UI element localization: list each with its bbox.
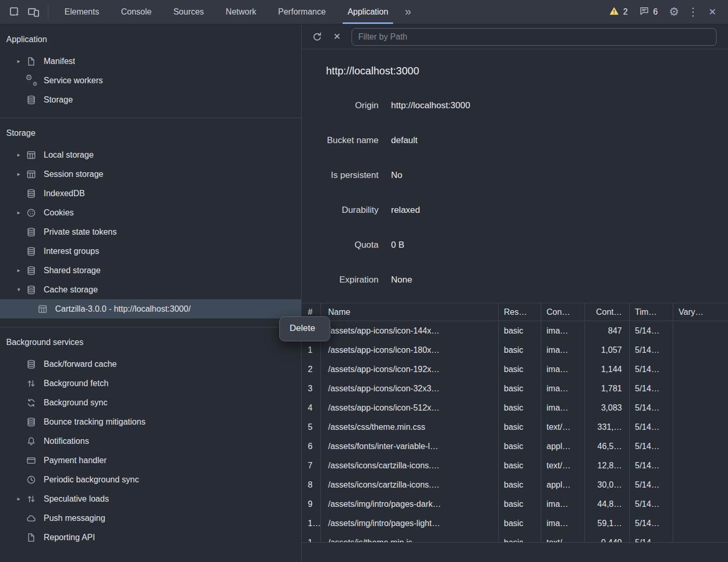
column-header-6[interactable]: Vary… xyxy=(673,303,728,321)
sidebar-item-periodic-background-sync[interactable]: Periodic background sync xyxy=(0,470,301,489)
sidebar-item-back-forward-cache[interactable]: Back/forward cache xyxy=(0,354,301,374)
column-header-4[interactable]: Cont… xyxy=(584,303,629,321)
table-cell: /assets/app-icons/icon-192x… xyxy=(320,360,498,379)
inspect-element-icon[interactable] xyxy=(5,0,24,24)
sidebar-item-cartzilla-3-0-0-http-localhost-3000[interactable]: Cartzilla-3.0.0 - http://localhost:3000/ xyxy=(0,299,301,318)
sidebar-item-interest-groups[interactable]: Interest groups xyxy=(0,241,301,261)
table-row[interactable]: 1…/assets/img/intro/pages-light…basicima… xyxy=(302,514,728,533)
device-toolbar-icon[interactable] xyxy=(24,0,43,24)
sidebar-item-cookies[interactable]: ▸Cookies xyxy=(0,203,301,222)
expand-arrow-icon[interactable]: ▸ xyxy=(11,171,26,177)
table-cell: ima… xyxy=(541,340,584,360)
message-count: 6 xyxy=(653,7,658,17)
sidebar-item-cache-storage[interactable]: ▾Cache storage xyxy=(0,280,301,299)
sidebar-item-label: Shared storage xyxy=(44,266,100,275)
filter-by-path-input[interactable] xyxy=(352,28,717,46)
column-header-5[interactable]: Tim… xyxy=(629,303,673,321)
sidebar-item-manifest[interactable]: ▸Manifest xyxy=(0,52,301,71)
sidebar-item-payment-handler[interactable]: Payment handler xyxy=(0,451,301,470)
metadata-value: http://localhost:3000 xyxy=(391,100,470,111)
document-icon xyxy=(26,56,36,67)
messages-indicator[interactable]: 6 xyxy=(633,6,664,18)
sidebar-item-background-sync[interactable]: Background sync xyxy=(0,393,301,412)
metadata-value: relaxed xyxy=(391,205,420,215)
table-row[interactable]: 9/assets/img/intro/pages-dark…basicima…4… xyxy=(302,494,728,514)
sidebar-item-shared-storage[interactable]: ▸Shared storage xyxy=(0,261,301,280)
expand-arrow-icon[interactable]: ▸ xyxy=(11,151,26,158)
expand-arrow-icon[interactable]: ▸ xyxy=(11,267,26,274)
table-cell: basic xyxy=(498,514,541,533)
table-row[interactable]: 0/assets/app-icons/icon-144x…basicima…84… xyxy=(302,321,728,340)
table-cell: 5/14… xyxy=(629,533,673,542)
database-icon xyxy=(26,95,36,105)
table-cell: 5/14… xyxy=(629,514,673,533)
up-down-arrows-icon xyxy=(26,378,36,389)
metadata-value: No xyxy=(391,170,402,181)
sidebar-item-bounce-tracking-mitigations[interactable]: Bounce tracking mitigations xyxy=(0,412,301,431)
tab-performance[interactable]: Performance xyxy=(267,0,337,24)
sidebar-item-notifications[interactable]: Notifications xyxy=(0,431,301,451)
sidebar-item-private-state-tokens[interactable]: Private state tokens xyxy=(0,222,301,241)
sidebar-item-indexeddb[interactable]: IndexedDB xyxy=(0,184,301,203)
table-row[interactable]: 2/assets/app-icons/icon-192x…basicima…1,… xyxy=(302,360,728,379)
sidebar-item-background-fetch[interactable]: Background fetch xyxy=(0,374,301,393)
table-row[interactable]: 6/assets/fonts/inter-variable-l…basicapp… xyxy=(302,437,728,456)
metadata-row: ExpirationNone xyxy=(302,262,728,297)
sidebar-item-push-messaging[interactable]: Push messaging xyxy=(0,508,301,528)
sidebar-item-label: Session storage xyxy=(44,170,103,179)
table-row[interactable]: 3/assets/app-icons/icon-32x3…basicima…1,… xyxy=(302,379,728,398)
sidebar-item-reporting-api[interactable]: Reporting API xyxy=(0,528,301,547)
table-row[interactable]: 8/assets/icons/cartzilla-icons.…basicapp… xyxy=(302,475,728,494)
metadata-value: 0 B xyxy=(391,240,405,250)
table-row[interactable]: 1…/assets/js/theme.min.jsbasictext/…0,44… xyxy=(302,533,728,542)
sync-arrows-icon xyxy=(26,398,36,408)
table-cell: basic xyxy=(498,437,541,456)
tab-network[interactable]: Network xyxy=(215,0,267,24)
table-cell: basic xyxy=(498,417,541,437)
more-tabs-icon[interactable]: » xyxy=(399,0,417,24)
close-devtools-icon[interactable]: ✕ xyxy=(702,6,723,18)
table-cell: 1,057 xyxy=(584,340,629,360)
expand-arrow-icon[interactable]: ▸ xyxy=(11,209,26,216)
table-row[interactable]: 5/assets/css/theme.min.cssbasictext/…331… xyxy=(302,417,728,437)
table-cell: text/… xyxy=(541,533,584,542)
refresh-icon[interactable] xyxy=(310,31,324,43)
devtools-window: ElementsConsoleSourcesNetworkPerformance… xyxy=(0,0,728,562)
column-header-3[interactable]: Con… xyxy=(541,303,584,321)
table-row[interactable]: 1/assets/app-icons/icon-180x…basicima…1,… xyxy=(302,340,728,360)
sidebar-item-label: Private state tokens xyxy=(44,227,117,237)
table-icon xyxy=(26,169,36,180)
warnings-indicator[interactable]: 2 xyxy=(603,6,633,18)
table-cell: 46,5… xyxy=(584,437,629,456)
database-icon xyxy=(26,265,36,276)
settings-gear-icon[interactable]: ⚙ xyxy=(664,5,684,19)
table-row[interactable]: 7/assets/icons/cartzilla-icons.…basictex… xyxy=(302,456,728,475)
table-cell xyxy=(673,437,728,456)
tab-console[interactable]: Console xyxy=(110,0,163,24)
metadata-label: Expiration xyxy=(302,275,379,285)
table-cell: 5/14… xyxy=(629,340,673,360)
clear-filter-icon[interactable]: ✕ xyxy=(330,31,344,42)
context-menu-delete[interactable]: Delete xyxy=(282,320,327,338)
tab-application[interactable]: Application xyxy=(336,0,399,24)
sidebar-item-storage[interactable]: Storage xyxy=(0,90,301,109)
sidebar-item-local-storage[interactable]: ▸Local storage xyxy=(0,145,301,164)
table-row[interactable]: 4/assets/app-icons/icon-512x…basicima…3,… xyxy=(302,398,728,417)
tab-elements[interactable]: Elements xyxy=(54,0,110,24)
sidebar-item-service-workers[interactable]: ⚙⚙Service workers xyxy=(0,71,301,90)
sidebar-item-session-storage[interactable]: ▸Session storage xyxy=(0,164,301,184)
column-header-1[interactable]: Name xyxy=(320,303,498,321)
column-header-2[interactable]: Res… xyxy=(498,303,541,321)
toolbar-divider xyxy=(48,5,48,19)
tab-sources[interactable]: Sources xyxy=(162,0,215,24)
metadata-label: Bucket name xyxy=(302,135,379,146)
table-cell: 5/14… xyxy=(629,398,673,417)
sidebar-item-speculative-loads[interactable]: ▸Speculative loads xyxy=(0,489,301,508)
expand-arrow-icon[interactable]: ▸ xyxy=(11,495,26,502)
kebab-menu-icon[interactable]: ⋮ xyxy=(684,6,702,18)
metadata-row: Durabilityrelaxed xyxy=(302,193,728,227)
table-cell xyxy=(673,398,728,417)
expand-arrow-icon[interactable]: ▸ xyxy=(11,58,26,65)
table-header-row: #NameRes…Con…Cont…Tim…Vary… xyxy=(302,303,728,321)
collapse-arrow-icon[interactable]: ▾ xyxy=(11,286,26,293)
